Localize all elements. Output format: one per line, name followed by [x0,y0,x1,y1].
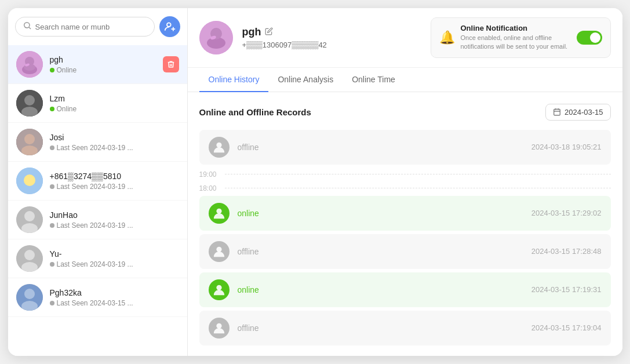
tab-online-analysis[interactable]: Online Analysis [268,68,343,92]
contact-name-josi: Josi [50,133,179,142]
profile-name-text: pgh [242,26,261,38]
record-avatar-2 [209,241,230,262]
contact-item-lzm[interactable]: Lzm Online [8,84,187,123]
contact-item-pgh[interactable]: pgh Online [8,45,187,84]
record-time-0: 2024-03-18 19:05:21 [531,143,602,151]
records-header: Online and Offline Records 2024-03-15 [199,104,611,121]
record-avatar-3 [209,279,230,300]
tabs: Online History Online Analysis Online Ti… [188,68,622,92]
add-contact-button[interactable] [159,16,180,37]
svg-point-25 [24,289,35,299]
status-dot-josi [50,145,54,150]
contact-status-pgh: Online [50,66,156,74]
tab-online-history[interactable]: Online History [199,68,269,92]
avatar-josi [16,129,43,155]
contact-name-pgh32ka: Pgh32ka [50,288,179,297]
svg-point-0 [24,23,29,28]
contact-status-josi: Last Seen 2024-03-19 ... [50,144,179,152]
contact-status-yu: Last Seen 2024-03-19 ... [50,260,179,268]
delete-contact-button-pgh[interactable] [163,56,179,72]
contact-info-junhao: JunHao Last Seen 2024-03-19 ... [50,210,179,230]
time-row-19: 19:00 [199,168,611,181]
contact-info-pgh: pgh Online [50,55,156,74]
contact-name-yu: Yu- [50,249,179,259]
notification-card: 🔔 Online Notification Once enabled, onli… [431,17,611,58]
svg-point-22 [24,250,35,260]
svg-point-36 [216,209,221,214]
profile-name: pgh [242,26,421,38]
record-item-4: offline 2024-03-15 17:19:04 [199,311,611,345]
status-dot-pgh32ka [50,301,54,305]
main-panel: pgh +▒▒▒1306097▒▒▒▒▒42 🔔 Online Notifica… [188,8,622,356]
contact-item-josi[interactable]: Josi Last Seen 2024-03-19 ... [8,123,187,162]
contact-info-yu: Yu- Last Seen 2024-03-19 ... [50,249,179,268]
date-picker-value: 2024-03-15 [565,108,603,117]
svg-point-17 [24,174,35,186]
contact-status-text-junhao: Last Seen 2024-03-19 ... [57,221,133,230]
app-container: pgh Online [8,8,622,356]
contact-item-junhao[interactable]: JunHao Last Seen 2024-03-19 ... [8,201,187,239]
contact-info-pgh32ka: Pgh32ka Last Seen 2024-03-15 ... [50,288,179,307]
contact-status-text-pgh32ka: Last Seen 2024-03-15 ... [57,299,133,307]
contact-item-phone[interactable]: +861▒3274▒▒5810 Last Seen 2024-03-19 ... [8,162,187,201]
contact-item-yu[interactable]: Yu- Last Seen 2024-03-19 ... [8,239,187,278]
status-dot-phone [50,184,54,189]
svg-point-39 [216,323,221,329]
record-time-3: 2024-03-15 17:19:31 [531,285,602,294]
time-row-line-18 [225,188,611,188]
bell-icon: 🔔 [439,30,455,45]
contact-item-pgh32ka[interactable]: Pgh32ka Last Seen 2024-03-15 ... [8,278,187,317]
record-status-3: online [238,285,523,294]
contact-name-pgh: pgh [50,55,156,64]
record-time-1: 2024-03-15 17:29:02 [531,209,602,217]
status-dot-junhao [50,223,54,228]
edit-profile-icon[interactable] [265,27,273,37]
record-item-0: offline 2024-03-18 19:05:21 [199,130,611,165]
record-item-2: offline 2024-03-15 17:28:48 [199,234,611,269]
contact-name-phone: +861▒3274▒▒5810 [50,172,179,181]
search-input-wrap[interactable] [15,17,155,37]
svg-point-37 [216,247,221,252]
avatar-phone [16,168,43,194]
contact-status-text-yu: Last Seen 2024-03-19 ... [57,260,133,268]
svg-point-2 [167,23,171,27]
contact-status-text-phone: Last Seen 2024-03-19 ... [57,183,133,191]
svg-point-19 [24,211,35,221]
record-item-3: online 2024-03-15 17:19:31 [199,272,611,307]
record-time-2: 2024-03-15 17:28:48 [531,247,602,256]
svg-point-38 [216,285,221,290]
time-label-19: 19:00 [199,170,225,179]
record-item-1: online 2024-03-15 17:29:02 [199,196,611,231]
status-dot-online [50,68,54,72]
contact-info-lzm: Lzm Online [50,94,179,113]
record-avatar-4 [209,318,230,338]
svg-line-1 [29,27,31,29]
record-avatar-0 [209,137,230,158]
time-row-18: 18:00 [199,182,611,195]
avatar-pgh [16,51,43,78]
content-area: Online and Offline Records 2024-03-15 [188,92,622,356]
contact-status-lzm: Online [50,105,179,113]
date-picker-button[interactable]: 2024-03-15 [545,104,611,121]
record-avatar-1 [209,203,230,224]
avatar-junhao [16,206,43,233]
sidebar: pgh Online [8,8,188,356]
time-label-18: 18:00 [199,184,225,192]
profile-info: pgh +▒▒▒1306097▒▒▒▒▒42 [242,26,421,49]
contact-status-text-lzm: Online [57,105,77,113]
record-time-4: 2024-03-15 17:19:04 [531,323,602,332]
notification-toggle[interactable] [577,31,602,45]
contact-list: pgh Online [8,45,187,356]
notification-title: Online Notification [461,24,571,32]
search-input[interactable] [35,23,147,31]
tab-online-time[interactable]: Online Time [343,68,405,92]
avatar-lzm [16,90,43,117]
contact-status-text-josi: Last Seen 2024-03-19 ... [57,144,133,152]
search-bar [8,8,187,45]
record-status-2: offline [238,247,523,256]
profile-phone: +▒▒▒1306097▒▒▒▒▒42 [242,41,421,49]
avatar-pgh32ka [16,284,43,311]
record-status-1: online [238,209,523,218]
status-dot-yu [50,262,54,267]
status-dot-lzm [50,107,54,111]
